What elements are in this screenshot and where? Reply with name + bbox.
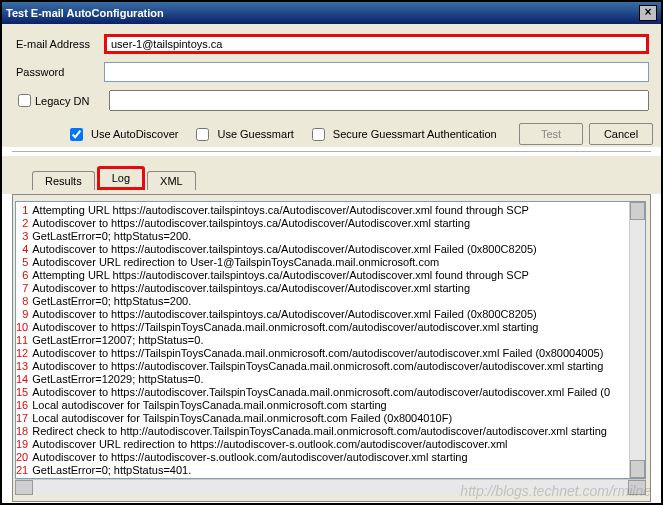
legacy-dn-checkbox[interactable]	[18, 94, 31, 107]
line-number: 16	[16, 399, 28, 412]
log-panel: 123456789101112131415161718192021 Attemp…	[12, 194, 651, 502]
use-autodiscover-checkbox[interactable]	[70, 128, 83, 141]
line-number: 6	[16, 269, 28, 282]
line-number: 18	[16, 425, 28, 438]
email-label: E-mail Address	[16, 38, 104, 50]
log-line: Autodiscover to https://autodiscover.Tai…	[32, 386, 629, 399]
log-line: Autodiscover URL redirection to User-1@T…	[32, 256, 629, 269]
password-input[interactable]	[104, 62, 649, 82]
line-number-gutter: 123456789101112131415161718192021	[16, 202, 30, 478]
use-guessmart-label: Use Guessmart	[217, 128, 293, 140]
vertical-scrollbar[interactable]	[629, 202, 645, 478]
log-line: GetLastError=12029; httpStatus=0.	[32, 373, 629, 386]
legacy-dn-input[interactable]	[109, 90, 649, 111]
line-number: 7	[16, 282, 28, 295]
line-number: 5	[16, 256, 28, 269]
log-line: Autodiscover to https://autodiscover.tai…	[32, 243, 629, 256]
log-line: Autodiscover to https://autodiscover-s.o…	[32, 451, 629, 464]
tabs-area: Results Log XML	[2, 156, 661, 194]
line-number: 9	[16, 308, 28, 321]
secure-guessmart-checkbox[interactable]	[312, 128, 325, 141]
line-number: 10	[16, 321, 28, 334]
line-number: 1	[16, 204, 28, 217]
close-button[interactable]: ×	[639, 5, 657, 21]
log-line: GetLastError=12007; httpStatus=0.	[32, 334, 629, 347]
line-number: 2	[16, 217, 28, 230]
log-line: Autodiscover to https://autodiscover.Tai…	[32, 360, 629, 373]
log-output: 123456789101112131415161718192021 Attemp…	[15, 201, 646, 479]
use-guessmart-checkbox[interactable]	[196, 128, 209, 141]
separator	[12, 151, 651, 152]
tab-results[interactable]: Results	[32, 171, 95, 190]
line-number: 14	[16, 373, 28, 386]
log-line: Autodiscover URL redirection to https://…	[32, 438, 629, 451]
test-button[interactable]: Test	[519, 123, 583, 145]
password-label: Password	[16, 66, 104, 78]
log-line: Local autodiscover for TailspinToysCanad…	[32, 412, 629, 425]
log-line: GetLastError=0; httpStatus=200.	[32, 230, 629, 243]
line-number: 12	[16, 347, 28, 360]
use-autodiscover-label: Use AutoDiscover	[91, 128, 178, 140]
line-number: 19	[16, 438, 28, 451]
line-number: 21	[16, 464, 28, 477]
legacy-dn-label: Legacy DN	[35, 95, 109, 107]
log-line: Attempting URL https://autodiscover.tail…	[32, 269, 629, 282]
email-input[interactable]	[104, 34, 649, 54]
log-line: GetLastError=0; httpStatus=200.	[32, 295, 629, 308]
log-line: Autodiscover to https://TailspinToysCana…	[32, 321, 629, 334]
form-area: E-mail Address Password Legacy DN	[2, 24, 661, 117]
tab-xml[interactable]: XML	[147, 171, 196, 190]
log-line: Attempting URL https://autodiscover.tail…	[32, 204, 629, 217]
log-lines: Attempting URL https://autodiscover.tail…	[30, 202, 629, 478]
log-line: Autodiscover to https://autodiscover.tai…	[32, 282, 629, 295]
options-row: Use AutoDiscover Use Guessmart Secure Gu…	[2, 117, 661, 147]
line-number: 15	[16, 386, 28, 399]
line-number: 11	[16, 334, 28, 347]
tab-strip: Results Log XML	[32, 166, 651, 190]
log-line: Autodiscover to https://autodiscover.tai…	[32, 308, 629, 321]
line-number: 4	[16, 243, 28, 256]
log-line: Redirect check to http://autodiscover.Ta…	[32, 425, 629, 438]
line-number: 3	[16, 230, 28, 243]
window-title: Test E-mail AutoConfiguration	[6, 2, 164, 24]
log-line: Autodiscover to https://TailspinToysCana…	[32, 347, 629, 360]
watermark: http://blogs.technet.com/rmilne	[460, 483, 651, 499]
tab-log[interactable]: Log	[97, 166, 145, 190]
line-number: 13	[16, 360, 28, 373]
line-number: 20	[16, 451, 28, 464]
log-line: GetLastError=0; httpStatus=401.	[32, 464, 629, 477]
cancel-button[interactable]: Cancel	[589, 123, 653, 145]
log-line: Local autodiscover for TailspinToysCanad…	[32, 399, 629, 412]
line-number: 17	[16, 412, 28, 425]
line-number: 8	[16, 295, 28, 308]
title-bar: Test E-mail AutoConfiguration ×	[2, 2, 661, 24]
log-line: Autodiscover to https://autodiscover.tai…	[32, 217, 629, 230]
secure-guessmart-label: Secure Guessmart Authentication	[333, 128, 497, 140]
